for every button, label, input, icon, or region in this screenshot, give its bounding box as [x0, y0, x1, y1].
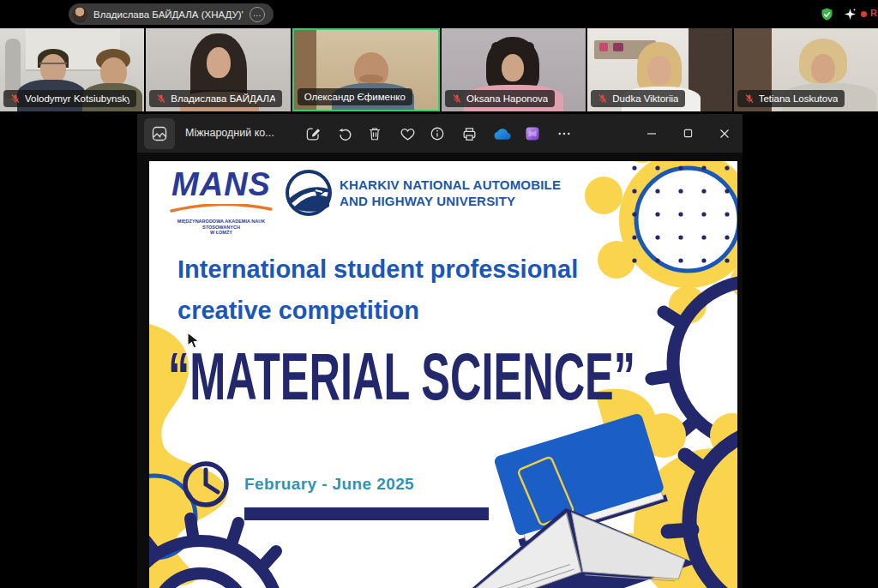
delete-button[interactable] — [364, 123, 386, 145]
mans-logo-swoosh — [170, 204, 273, 213]
zoom-meeting-screen: Владислава БАЙДАЛА (ХНАДУ)' … R — [0, 0, 878, 588]
info-button[interactable] — [426, 123, 448, 145]
meeting-top-bar: Владислава БАЙДАЛА (ХНАДУ)' … R — [0, 0, 878, 28]
video-gallery-strip: Volodymyr Kotsiubynskyi Владислава БАЙДА… — [0, 28, 878, 111]
minimize-button[interactable] — [633, 114, 670, 153]
close-icon — [719, 129, 730, 139]
participant-tile-volodymyr[interactable]: Volodymyr Kotsiubynskyi — [0, 28, 144, 111]
participant-tile-dudka[interactable]: Dudka Viktoriia — [587, 28, 731, 111]
slide-heading-graphic: “MATERIAL SCIENCE” — [168, 338, 648, 415]
khnadu-logo: KHARKIV NATIONAL AUTOMOBILE AND HIGHWAY … — [285, 169, 561, 217]
mouse-cursor — [187, 332, 201, 351]
date-underline-bar — [244, 507, 489, 520]
participant-tile-oksana[interactable]: Oksana Haponova — [442, 28, 586, 111]
mic-muted-icon — [10, 93, 21, 104]
slide-heading: “MATERIAL SCIENCE” — [168, 339, 635, 414]
onedrive-button[interactable] — [490, 123, 513, 145]
photo-viewer-canvas: MANS MIĘDZYNARODOWA AKADEMIA NAUK STOSOW… — [137, 153, 743, 588]
photos-title-bar: Міжнародний ко... — [137, 114, 743, 153]
mic-muted-icon — [452, 93, 462, 104]
participant-name-badge: Владислава БАЙДАЛА (ХНАДУ) — [149, 90, 282, 107]
clipchamp-button[interactable] — [521, 123, 544, 145]
mic-muted-icon — [156, 93, 166, 104]
presentation-slide: MANS MIĘDZYNARODOWA AKADEMIA NAUK STOSOW… — [149, 161, 737, 588]
khnadu-name-line1: KHARKIV NATIONAL AUTOMOBILE — [340, 177, 561, 193]
security-shield-icon[interactable] — [820, 7, 834, 22]
sparkle-icon[interactable] — [844, 8, 857, 21]
gallery-icon — [151, 125, 168, 142]
heart-icon — [400, 126, 416, 142]
print-button[interactable] — [458, 123, 480, 145]
window-title: Міжнародний ко... — [185, 114, 274, 153]
participant-name-badge: Oksana Haponova — [445, 90, 555, 107]
mans-subtitle-line1: MIĘDZYNARODOWA AKADEMIA NAUK STOSOWANYCH — [161, 219, 281, 231]
more-options-icon — [556, 126, 572, 141]
participant-tile-oleksandr-active-speaker[interactable]: Олександр Єфименко — [292, 28, 440, 111]
trash-icon — [367, 126, 382, 141]
participant-name-badge: Олександр Єфименко — [298, 88, 412, 105]
participant-tile-tetiana[interactable]: Tetiana Loskutova — [734, 28, 878, 111]
participant-name-badge: Tetiana Loskutova — [737, 90, 845, 107]
maximize-icon — [683, 129, 693, 138]
recording-indicator-label: R — [870, 8, 877, 18]
info-icon — [430, 126, 445, 141]
participant-name-badge: Volodymyr Kotsiubynskyi — [3, 90, 136, 107]
mans-subtitle-line2: W ŁOMŻY — [161, 231, 281, 236]
banner-more-options-icon[interactable]: … — [250, 7, 265, 22]
mans-logo-text: MANS — [156, 168, 286, 201]
rotate-icon — [337, 126, 353, 142]
photos-app-window: Міжнародний ко... — [137, 114, 743, 588]
participant-name: Oksana Haponova — [466, 93, 548, 104]
participant-name: Volodymyr Kotsiubynskyi — [25, 93, 129, 104]
sharer-banner[interactable]: Владислава БАЙДАЛА (ХНАДУ)' … — [69, 3, 274, 25]
edit-image-icon — [305, 126, 322, 142]
sharer-name: Владислава БАЙДАЛА (ХНАДУ)' — [93, 9, 244, 20]
participant-tile-vladyslava[interactable]: Владислава БАЙДАЛА (ХНАДУ) — [146, 28, 290, 111]
minimize-icon — [646, 129, 657, 139]
onedrive-cloud-icon — [492, 128, 511, 141]
participant-name-badge: Dudka Viktoriia — [591, 90, 685, 107]
clipchamp-icon — [525, 126, 540, 141]
khnadu-name-line2: AND HIGHWAY UNIVERSITY — [340, 193, 561, 209]
slide-title-line2: creative competition — [177, 290, 578, 331]
edit-image-button[interactable] — [302, 123, 324, 145]
participant-name: Dudka Viktoriia — [612, 93, 678, 104]
rotate-button[interactable] — [334, 123, 356, 145]
slide-title-line1: International student professional — [177, 249, 578, 290]
participant-name: Tetiana Loskutova — [759, 93, 839, 104]
maximize-button[interactable] — [670, 114, 707, 153]
more-options-button[interactable] — [553, 123, 575, 145]
khnadu-emblem-icon — [285, 169, 333, 217]
favorite-button[interactable] — [396, 123, 418, 145]
participant-name: Олександр Єфименко — [304, 92, 406, 102]
mans-logo: MANS MIĘDZYNARODOWA AKADEMIA NAUK STOSOW… — [156, 168, 286, 237]
sharer-avatar — [72, 7, 87, 22]
gallery-tab[interactable] — [144, 118, 175, 149]
recording-indicator-dot — [861, 11, 867, 17]
participant-name: Владислава БАЙДАЛА (ХНАДУ) — [171, 93, 275, 104]
printer-icon — [461, 126, 478, 142]
close-button[interactable] — [706, 114, 743, 153]
mic-muted-icon — [598, 93, 608, 104]
date-range-label: February - June 2025 — [244, 475, 414, 494]
slide-title: International student professional creat… — [177, 249, 578, 331]
mic-muted-icon — [744, 93, 755, 104]
